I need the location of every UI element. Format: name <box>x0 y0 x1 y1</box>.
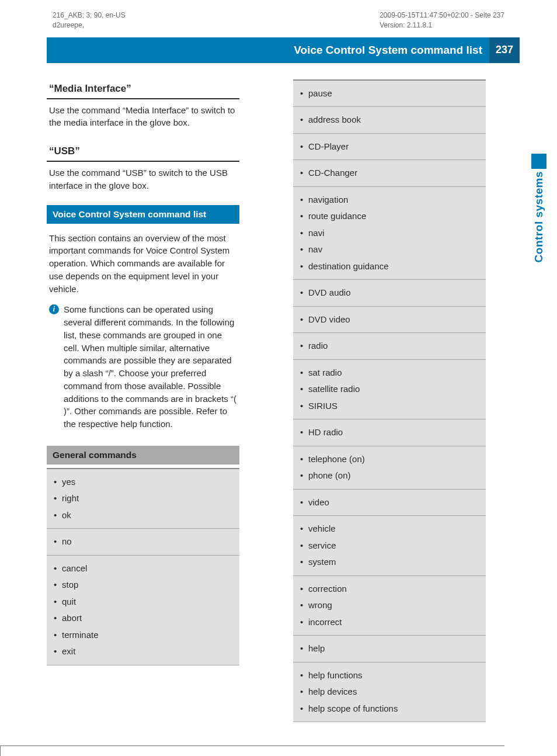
command-item: navigation <box>300 192 481 209</box>
command-item: vehicle <box>300 521 481 537</box>
info-note-text: Some functions can be operated using sev… <box>64 303 237 431</box>
info-note: i Some functions can be operated using s… <box>47 303 239 431</box>
meta-left-line2: d2ureepe, <box>53 20 126 30</box>
command-item: ok <box>54 507 235 524</box>
command-item: service <box>300 537 481 554</box>
meta-right-line2: Version: 2.11.8.1 <box>380 20 504 30</box>
command-item: video <box>300 494 481 511</box>
meta-right: 2009-05-15T11:47:50+02:00 - Seite 237 Ve… <box>380 11 504 30</box>
command-item: route guidance <box>300 208 481 225</box>
command-item: help scope of functions <box>300 700 481 717</box>
command-item: cancel <box>54 560 235 577</box>
footer-rule <box>0 745 504 756</box>
command-item: address book <box>300 112 481 129</box>
command-item: abort <box>54 610 235 627</box>
command-item: satellite radio <box>300 381 481 398</box>
command-item: SIRIUS <box>300 398 481 415</box>
command-item: sat radio <box>300 365 481 382</box>
section-bar-general-commands: General commands <box>47 446 239 464</box>
command-item: incorrect <box>300 614 481 631</box>
meta-left: 216_AKB; 3; 90, en-US d2ureepe, <box>53 11 126 30</box>
command-item: help <box>300 640 481 657</box>
heading-media-interface: “Media Interface” <box>47 79 239 99</box>
meta-right-line1: 2009-05-15T11:47:50+02:00 - Seite 237 <box>380 11 504 20</box>
command-item: nav <box>300 241 481 258</box>
command-item: quit <box>54 594 235 611</box>
command-item: exit <box>54 643 235 660</box>
command-item: telephone (on) <box>300 451 481 468</box>
command-item: CD-Changer <box>300 165 481 182</box>
command-item: help devices <box>300 684 481 700</box>
heading-usb: “USB” <box>47 142 239 162</box>
page-header-band: Voice Control System command list 237 <box>0 37 557 63</box>
side-tab-block <box>531 154 546 169</box>
side-tab-label: Control systems <box>532 171 545 262</box>
command-item: right <box>54 490 235 507</box>
command-item: wrong <box>300 597 481 614</box>
command-item: radio <box>300 338 481 355</box>
command-item: CD-Player <box>300 138 481 155</box>
command-item: terminate <box>54 627 235 644</box>
command-item: destination guidance <box>300 258 481 275</box>
section-bar-command-list: Voice Control System command list <box>47 205 239 224</box>
column-right: pauseaddress bookCD-PlayerCD-Changernavi… <box>293 79 486 723</box>
meta-header: 216_AKB; 3; 90, en-US d2ureepe, 2009-05-… <box>0 0 557 33</box>
command-table-left: yesrightoknocancelstopquitabortterminate… <box>47 468 239 665</box>
command-item: stop <box>54 577 235 594</box>
para-usb: Use the command “USB” to switch to the U… <box>47 167 239 192</box>
command-item: correction <box>300 581 481 598</box>
command-item: DVD video <box>300 311 481 328</box>
para-intro: This section contains an overview of the… <box>47 232 239 296</box>
column-left: “Media Interface” Use the command “Media… <box>47 79 239 723</box>
command-table-right: pauseaddress bookCD-PlayerCD-Changernavi… <box>293 79 486 723</box>
meta-left-line1: 216_AKB; 3; 90, en-US <box>53 11 126 20</box>
command-item: system <box>300 554 481 571</box>
para-media-interface: Use the command “Media Interface” to swi… <box>47 104 239 130</box>
command-item: help functions <box>300 667 481 684</box>
command-item: pause <box>300 85 481 102</box>
command-item: HD radio <box>300 424 481 441</box>
command-item: DVD audio <box>300 285 481 301</box>
page-number: 237 <box>489 37 520 63</box>
page-title: Voice Control System command list <box>47 37 489 63</box>
command-item: yes <box>54 474 235 491</box>
side-tab: Control systems <box>531 154 546 262</box>
command-item: no <box>54 533 235 550</box>
command-item: phone (on) <box>300 467 481 484</box>
command-item: navi <box>300 225 481 242</box>
info-icon: i <box>49 304 59 314</box>
